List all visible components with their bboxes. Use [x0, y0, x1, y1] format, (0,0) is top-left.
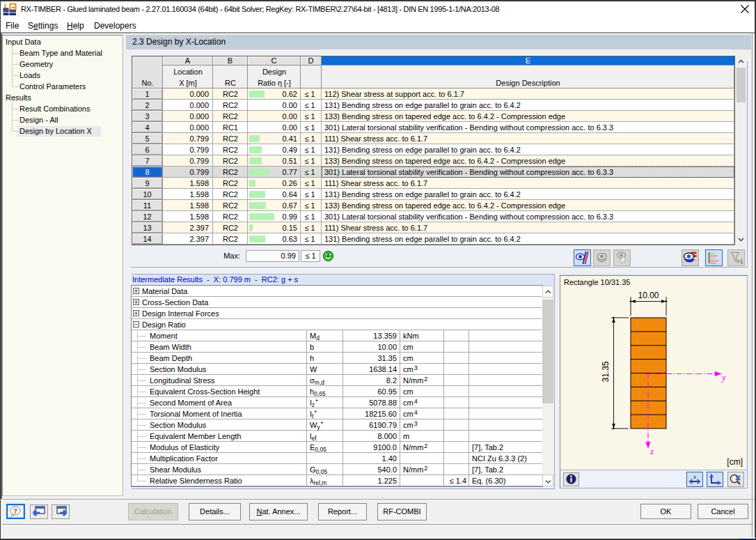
svg-text:>1: >1	[737, 258, 743, 265]
svg-text:[cm]: [cm]	[727, 457, 743, 467]
svg-text:10.00: 10.00	[638, 291, 659, 300]
svg-text:x: x	[693, 474, 696, 480]
svg-text:z: z	[649, 446, 654, 456]
svg-text:?: ?	[14, 507, 17, 515]
svg-text:31.35: 31.35	[601, 361, 611, 382]
svg-text:y: y	[720, 372, 726, 383]
